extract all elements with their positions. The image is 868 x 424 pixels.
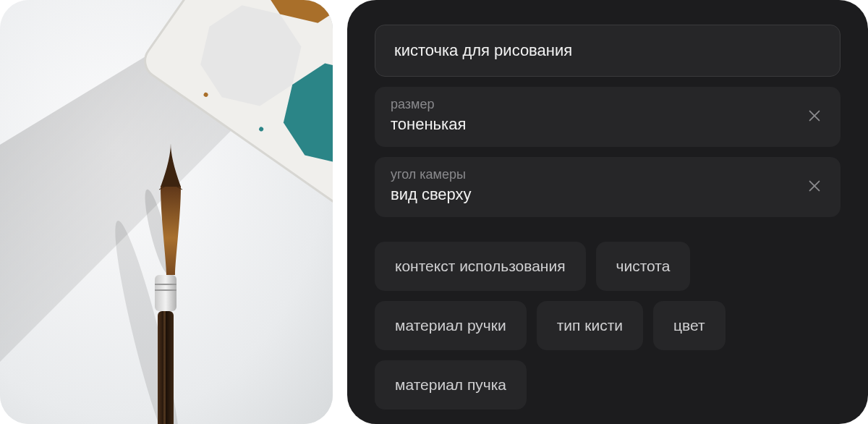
preview-image [0,0,333,424]
brush-palette-illustration [0,0,333,424]
suggestion-chips: контекст использования чистота материал … [375,242,841,410]
controls-panel: кисточка для рисования размер тоненькая … [347,0,868,424]
filter-label: размер [391,97,466,112]
close-icon[interactable] [804,106,825,126]
chip-usage-context[interactable]: контекст использования [375,242,586,291]
svg-rect-16 [155,289,176,291]
filter-label: угол камеры [391,167,472,182]
search-input[interactable]: кисточка для рисования [375,25,841,77]
filter-row-size[interactable]: размер тоненькая [375,87,841,147]
svg-rect-15 [155,284,176,285]
chip-brush-type[interactable]: тип кисти [537,301,643,350]
filter-value: вид сверху [391,185,472,204]
close-icon[interactable] [804,176,825,196]
svg-rect-18 [163,311,166,424]
chip-handle-material[interactable]: материал ручки [375,301,527,350]
chip-cleanliness[interactable]: чистота [596,242,691,291]
filter-row-camera-angle[interactable]: угол камеры вид сверху [375,157,841,217]
filter-value: тоненькая [391,115,466,134]
chip-color[interactable]: цвет [653,301,726,350]
chip-bristle-material[interactable]: материал пучка [375,360,527,410]
svg-rect-14 [155,275,176,311]
